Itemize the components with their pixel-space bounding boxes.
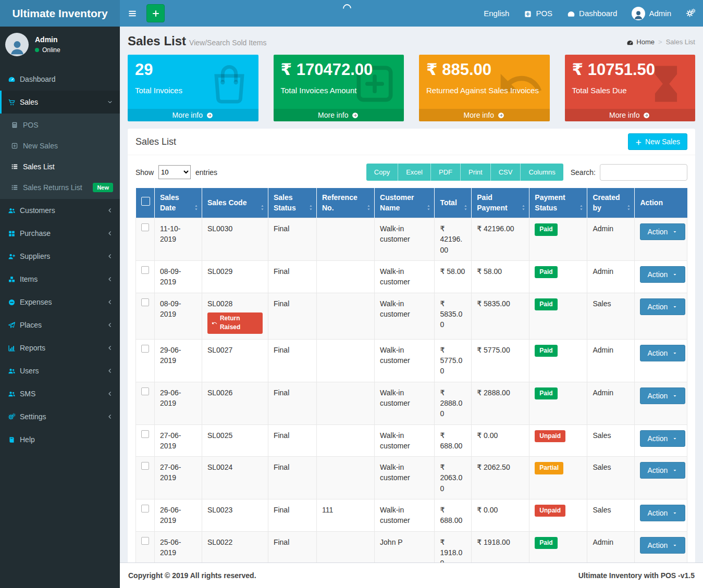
action-label: Action — [647, 541, 668, 549]
row-action-button[interactable]: Action — [640, 462, 685, 479]
column-header-paid-payment[interactable]: Paid Payment — [472, 188, 529, 218]
quick-add-button[interactable] — [146, 4, 165, 22]
table-row: 27-06-2019SL0025FinalWalk-in customer₹ 6… — [136, 424, 687, 457]
nav-user-menu[interactable]: Admin — [624, 0, 679, 27]
search-input[interactable] — [600, 164, 687, 181]
sidebar-link[interactable]: Help — [0, 428, 120, 451]
sidebar-link[interactable]: Expenses — [0, 291, 120, 314]
person-icon — [8, 37, 27, 56]
nav-language[interactable]: English — [476, 0, 516, 27]
submenu-link[interactable]: Sales List — [0, 156, 120, 177]
column-header-reference-no-[interactable]: Reference No. — [317, 188, 375, 218]
row-checkbox[interactable] — [141, 298, 149, 306]
new-badge: New — [93, 183, 113, 192]
sidebar-link[interactable]: Reports — [0, 336, 120, 359]
column-header-sales-status[interactable]: Sales Status — [268, 188, 316, 218]
row-checkbox[interactable] — [141, 505, 149, 512]
sidebar-item-label: Expenses — [20, 298, 52, 306]
brand-logo[interactable]: Ultimate Inventory — [0, 0, 120, 27]
column-header-sales-date[interactable]: Sales Date — [154, 188, 202, 218]
row-checkbox[interactable] — [141, 266, 149, 274]
chevron-left-icon — [107, 322, 113, 328]
more-info-link[interactable]: More info — [274, 109, 404, 121]
column-header-sales-code[interactable]: Sales Code — [202, 188, 268, 218]
select-all-checkbox[interactable] — [141, 197, 150, 206]
row-checkbox[interactable] — [141, 223, 149, 231]
nav-pos[interactable]: POS — [516, 0, 560, 27]
sort-icon[interactable] — [625, 203, 633, 213]
sidebar-link[interactable]: Settings — [0, 405, 120, 428]
page-length-select[interactable]: 10 — [158, 165, 191, 179]
submenu-link[interactable]: New Sales — [0, 135, 120, 156]
new-sales-button[interactable]: New Sales — [628, 133, 687, 150]
export-print-button[interactable]: Print — [460, 164, 490, 181]
paper-plane-icon — [8, 321, 16, 329]
column-header-total[interactable]: Total — [435, 188, 472, 218]
users-icon — [8, 367, 20, 375]
export-columns-button[interactable]: Columns — [520, 164, 563, 181]
row-action-button[interactable]: Action — [640, 505, 685, 521]
row-checkbox[interactable] — [141, 537, 149, 545]
sort-icon[interactable] — [425, 203, 433, 213]
row-checkbox[interactable] — [141, 387, 149, 395]
export-buttons: CopyExcelPDFPrintCSVColumns — [366, 164, 563, 181]
cell-sales-status: Final — [268, 293, 316, 339]
column-header-customer-name[interactable]: Customer Name — [375, 188, 435, 218]
sidebar-toggle-button[interactable] — [120, 0, 145, 27]
submenu-link[interactable]: Sales Returns ListNew — [0, 177, 120, 198]
export-copy-button[interactable]: Copy — [366, 164, 398, 181]
sort-icon[interactable] — [258, 203, 266, 213]
avatar — [632, 7, 645, 20]
breadcrumb-home[interactable]: Home — [626, 38, 655, 46]
export-pdf-button[interactable]: PDF — [430, 164, 460, 181]
row-action-button[interactable]: Action — [640, 266, 685, 283]
sort-icon[interactable] — [520, 203, 527, 213]
sort-icon[interactable] — [307, 203, 315, 213]
cell-customer-name: Walk-in customer — [375, 382, 435, 424]
sidebar-link[interactable]: Users — [0, 359, 120, 382]
sidebar-item-label: Suppliers — [20, 252, 50, 260]
row-action-button[interactable]: Action — [640, 430, 685, 447]
export-csv-button[interactable]: CSV — [490, 164, 521, 181]
export-excel-button[interactable]: Excel — [398, 164, 430, 181]
bar-chart-icon — [8, 344, 16, 352]
more-info-link[interactable]: More info — [128, 109, 258, 121]
row-checkbox[interactable] — [141, 345, 149, 353]
row-action-button[interactable]: Action — [640, 298, 685, 315]
row-action-button[interactable]: Action — [640, 345, 685, 361]
sort-icon — [520, 204, 527, 211]
column-header-payment-status[interactable]: Payment Status — [529, 188, 587, 218]
loading-spinner — [341, 3, 353, 15]
sort-icon[interactable] — [577, 203, 585, 213]
sidebar-link[interactable]: SMS — [0, 382, 120, 405]
navbar-main: English POS Dashboard Admin — [120, 0, 703, 27]
row-action-button[interactable]: Action — [640, 223, 685, 240]
sort-icon — [192, 204, 200, 211]
more-info-link[interactable]: More info — [419, 109, 550, 121]
cell-created-by: Sales — [587, 457, 635, 499]
sort-icon[interactable] — [192, 203, 200, 213]
sidebar-link[interactable]: Sales — [0, 91, 120, 114]
sidebar-link[interactable]: Places — [0, 314, 120, 336]
row-action-button[interactable]: Action — [640, 537, 685, 554]
submenu-link[interactable]: POS — [0, 115, 120, 135]
nav-settings[interactable] — [679, 0, 703, 27]
cogs-icon — [686, 8, 696, 19]
column-header-created-by[interactable]: Created by — [587, 188, 635, 218]
row-checkbox[interactable] — [141, 462, 149, 470]
row-checkbox[interactable] — [141, 430, 149, 438]
cell-payment-status: Paid — [529, 339, 587, 382]
sidebar-link[interactable]: Items — [0, 268, 120, 291]
sort-icon[interactable] — [365, 203, 373, 213]
user-avatar — [5, 33, 29, 56]
sidebar-item-settings: Settings — [0, 405, 120, 428]
sort-icon[interactable] — [462, 203, 470, 213]
sidebar-link[interactable]: Customers — [0, 199, 120, 222]
nav-dashboard[interactable]: Dashboard — [560, 0, 624, 27]
sidebar-link[interactable]: Dashboard — [0, 68, 120, 91]
sidebar-link[interactable]: Suppliers — [0, 245, 120, 268]
sidebar-link[interactable]: Purchase — [0, 222, 120, 245]
row-action-button[interactable]: Action — [640, 387, 685, 404]
submenu-item-new-sales: New Sales — [0, 135, 120, 156]
more-info-link[interactable]: More info — [565, 109, 696, 121]
